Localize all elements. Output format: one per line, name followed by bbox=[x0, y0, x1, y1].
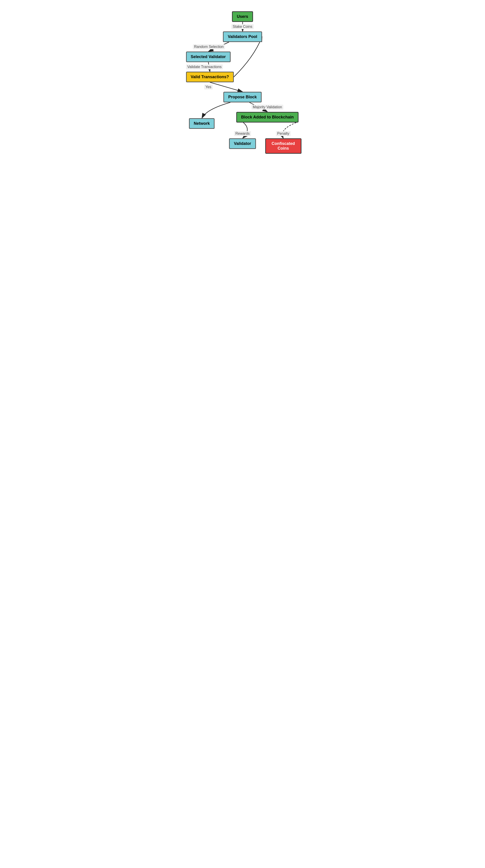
validator-label: Validator bbox=[234, 141, 251, 146]
block-added-label: Block Added to Blockchain bbox=[241, 115, 293, 120]
users-node: Users bbox=[232, 11, 253, 22]
penalty-label: Penalty bbox=[276, 131, 291, 136]
validate-transactions-label: Validate Transactions bbox=[186, 64, 223, 69]
block-added-node: Block Added to Blockchain bbox=[236, 112, 298, 123]
validator-node: Validator bbox=[229, 138, 256, 149]
stake-coins-label: Stake Coins bbox=[231, 24, 254, 29]
propose-block-label: Propose Block bbox=[228, 95, 257, 99]
network-label: Network bbox=[194, 121, 210, 126]
users-label: Users bbox=[237, 14, 248, 19]
valid-transactions-node: Valid Transactions? bbox=[186, 72, 234, 82]
selected-validator-label: Selected Validator bbox=[191, 55, 226, 59]
selected-validator-node: Selected Validator bbox=[186, 52, 231, 62]
validators-pool-node: Validators Pool bbox=[223, 31, 262, 42]
rewards-label: Rewards bbox=[234, 131, 251, 136]
valid-transactions-label: Valid Transactions? bbox=[191, 74, 229, 79]
confiscated-coins-label: Confiscated Coins bbox=[270, 141, 297, 151]
yes-label: Yes bbox=[204, 85, 213, 90]
random-selection-label: Random Selection bbox=[193, 44, 225, 49]
diagram-container: Users Stake Coins Validators Pool Random… bbox=[179, 4, 306, 163]
confiscated-coins-node: Confiscated Coins bbox=[265, 138, 302, 154]
majority-validation-label: Majority Validation bbox=[252, 105, 284, 110]
network-node: Network bbox=[189, 118, 215, 129]
propose-block-node: Propose Block bbox=[223, 92, 261, 102]
validators-pool-label: Validators Pool bbox=[228, 34, 257, 39]
